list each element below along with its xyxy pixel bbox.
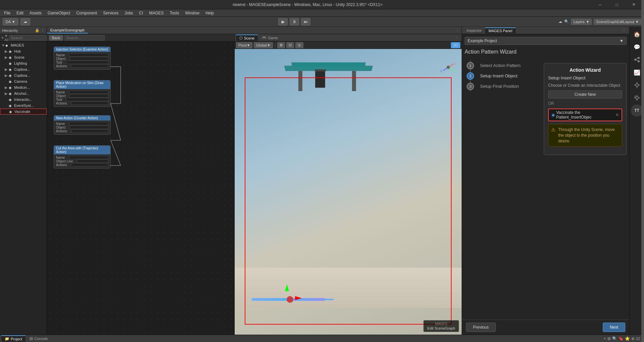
back-btn[interactable]: Back <box>49 35 63 41</box>
hierarchy-item-interaction[interactable]: ◉ Interactio... <box>0 96 47 102</box>
node-n4[interactable]: Cut the Area with (Trajectory Action) Na… <box>54 145 111 168</box>
pause-btn[interactable]: ⏸ <box>290 18 299 25</box>
step-btn[interactable]: ⏭ <box>301 18 310 25</box>
project-label: Example Project <box>468 39 497 43</box>
viewport[interactable]: ✋ ✛ ↻ ⤡ ▭ ⊕ VR < Persp Editing <box>235 49 462 335</box>
menu-item-ci[interactable]: CI <box>136 10 146 16</box>
bottom-menu-3[interactable]: 🔖 <box>619 336 624 341</box>
scenegraph-menu[interactable]: ⋮ <box>454 28 462 32</box>
scene-tab[interactable]: ⬡ Scene <box>236 35 258 41</box>
prev-btn[interactable]: Previous <box>466 323 496 332</box>
wizard-step-2[interactable]: 3 Setup Final Position <box>470 81 538 91</box>
account-dropdown[interactable]: DA ▼ <box>3 18 18 25</box>
mages-panel-tab[interactable]: MAGES Panel <box>485 27 516 33</box>
bottom-menu-5[interactable]: ⊕ <box>631 336 635 341</box>
node-n2[interactable]: Place Medication on Skin (Draw Action) N… <box>54 80 111 107</box>
hierarchy-item-cupboa2[interactable]: ▶ ◉ Cupboa... <box>0 72 47 78</box>
layout-dropdown[interactable]: SceneGraphEditLayout ▼ <box>594 19 641 25</box>
menu-item-tools[interactable]: Tools <box>167 10 182 16</box>
hierarchy-item-scene[interactable]: ▶ ◉ Scene <box>0 54 47 60</box>
hierarchy-item-medicin[interactable]: ▶ ◉ Medicin... <box>0 84 47 90</box>
menu-item-file[interactable]: File <box>1 10 13 16</box>
svg-line-5 <box>111 140 121 165</box>
add-asset-btn[interactable]: + <box>604 336 606 341</box>
console-tab[interactable]: ▤ Console <box>26 336 51 341</box>
next-btn[interactable]: Next <box>603 323 625 332</box>
label-medicin: Medicin... <box>14 85 30 89</box>
hierarchy-item-lighting[interactable]: ◉ Lighting <box>0 60 47 66</box>
close-btn[interactable]: ✕ <box>626 0 641 9</box>
search-icon[interactable]: 🔍 <box>564 19 569 24</box>
svg-text:y: y <box>454 69 456 73</box>
menu-item-edit[interactable]: Edit <box>14 10 26 16</box>
svg-rect-29 <box>634 95 635 97</box>
node-n1[interactable]: Injection Selector (Examine Action) Name… <box>54 47 111 70</box>
project-dropdown[interactable]: Example Project ▼ <box>465 37 627 45</box>
menu-item-services[interactable]: Services <box>100 10 121 16</box>
hierarchy-header: Hierarchy 🔒 ⋮ <box>0 27 47 34</box>
aw-object-label: Vaccinate the Patient_InsertObjec <box>556 110 614 120</box>
hierarchy-item-mages[interactable]: ▼ ◆ MAGES <box>0 42 47 48</box>
label-vaccinate: Vaccinate <box>14 110 31 114</box>
hierarchy-item-cupboa1[interactable]: ▶ ◉ Cupboa... <box>0 66 47 72</box>
hierarchy-item-camera[interactable]: ◉ Camera <box>0 78 47 84</box>
hierarchy-lock-icon[interactable]: 🔒 <box>35 28 40 32</box>
game-tab[interactable]: 🎮 Game <box>258 35 281 41</box>
edit-scenegraph-btn[interactable]: Edit SceneGraph <box>427 326 455 330</box>
2d-btn[interactable]: 2D <box>451 42 460 48</box>
aw-remove-btn[interactable]: ✕ <box>616 113 619 117</box>
menu-item-assets[interactable]: Assets <box>27 10 44 16</box>
global-btn[interactable]: Global ▼ <box>254 42 273 48</box>
menu-item-gameobject[interactable]: GameObject <box>45 10 73 16</box>
wizard-step-0[interactable]: 1 Select Action Pattern <box>470 60 538 71</box>
maximize-btn[interactable]: □ <box>609 0 625 9</box>
node-field: Object Line <box>56 159 108 163</box>
project-tab[interactable]: 📁 Project <box>1 335 25 342</box>
hierarchy-item-eventsystem[interactable]: ◉ EventSyst... <box>0 102 47 109</box>
pivot-btn[interactable]: Pivot ▼ <box>236 42 252 48</box>
mages-overlay[interactable]: MAGES Edit SceneGraph <box>423 320 459 332</box>
node-n3[interactable]: New Action (Counter Action) Name Object … <box>54 115 111 135</box>
hierarchy-item-hub[interactable]: ▶ ◉ Hub <box>0 48 47 54</box>
hierarchy-add-btn[interactable]: + <box>1 36 4 40</box>
menu-item-jobs[interactable]: Jobs <box>122 10 135 16</box>
menu-item-help[interactable]: Help <box>203 10 217 16</box>
aw-create-btn[interactable]: Create New <box>548 90 622 98</box>
node-field: Actions <box>56 163 108 167</box>
menu-item-window[interactable]: Window <box>182 10 202 16</box>
minimize-btn[interactable]: ─ <box>592 0 608 9</box>
bottom-menu-2[interactable]: 🔍 <box>612 336 617 341</box>
window-title: newnxt - MAGESExampleScene - Windows, Ma… <box>23 2 592 7</box>
arrow-scene: ▶ <box>5 55 9 60</box>
grid-btn[interactable]: ⊞ <box>277 42 285 48</box>
account-label: DA ▼ <box>6 20 15 24</box>
hierarchy-item-alcohol[interactable]: ▶ ◉ Alcohol... <box>0 90 47 96</box>
wizard-step-1[interactable]: 2 Setup Insert Object <box>470 71 538 81</box>
bottom-menu-4[interactable]: ⭐ <box>625 336 630 341</box>
icon-lighting: ◉ <box>9 62 13 65</box>
menu-item-component[interactable]: Component <box>73 10 100 16</box>
middle-area: ExampleScenegraph ⋮ Back <box>47 27 462 335</box>
scenegraph-tab[interactable]: ExampleScenegraph <box>47 27 88 33</box>
node-field: Tool <box>56 61 108 64</box>
main-toolbar: DA ▼ ☁ ▶ ⏸ ⏭ ☁ 🔍 Layers ▼ SceneGraphEdit… <box>0 17 644 27</box>
node-search-input[interactable] <box>64 35 105 41</box>
render-btn[interactable]: ◎ <box>295 42 303 48</box>
wizard-steps: 1 Select Action Pattern 2 Setup Insert O… <box>465 60 538 155</box>
layers-dropdown[interactable]: Layers ▼ <box>571 19 592 25</box>
bottom-menu-1[interactable]: ⊞ <box>607 336 611 341</box>
snap-btn[interactable]: ⊡ <box>286 42 294 48</box>
scene-menu[interactable]: ⋮ <box>453 36 460 40</box>
window-controls: ─ □ ✕ <box>592 0 641 9</box>
game-icon: 🎮 <box>262 36 267 40</box>
step-label-1: Setup Insert Object <box>480 73 517 78</box>
node-title-3: Cut the Area with (Trajectory Action) <box>54 146 110 154</box>
menu-item-mages[interactable]: MAGES <box>147 10 166 16</box>
inspector-tab[interactable]: Inspector <box>463 28 485 33</box>
inspector-menu[interactable]: ⋮ <box>620 28 628 32</box>
cloud-btn[interactable]: ☁ <box>20 18 30 25</box>
arrow-alcohol: ▶ <box>5 91 9 96</box>
play-btn[interactable]: ▶ <box>278 18 288 25</box>
hierarchy-menu-icon[interactable]: ⋮ <box>41 28 45 32</box>
hierarchy-item-vaccinate[interactable]: ◉ Vaccinate <box>0 109 47 115</box>
